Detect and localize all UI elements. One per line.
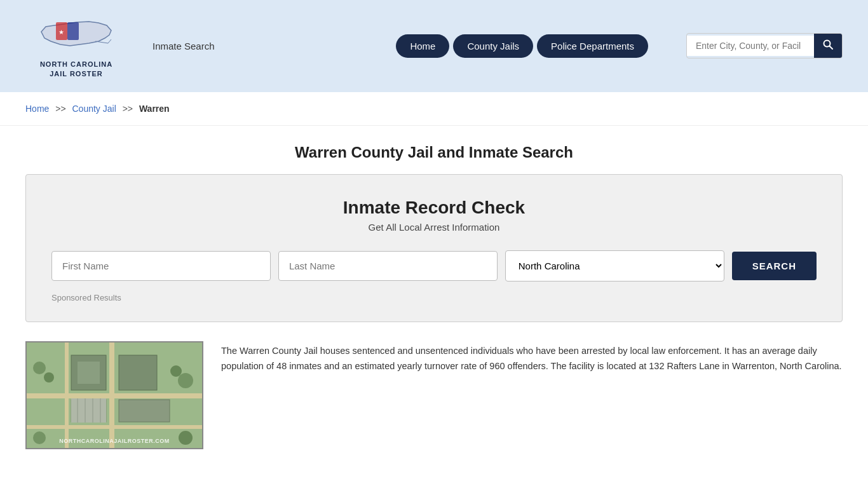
svg-rect-15 [119,355,157,390]
svg-line-5 [108,39,111,43]
svg-text:★: ★ [58,29,64,36]
page-title: Warren County Jail and Inmate Search [25,144,843,161]
record-box-title: Inmate Record Check [51,198,817,218]
logo-area: ★ NORTH CAROLINA JAIL ROSTER [25,13,127,79]
svg-point-24 [44,372,54,383]
aerial-map-svg [27,342,203,449]
svg-point-25 [178,373,193,388]
state-select[interactable]: AlabamaAlaskaArizonaArkansasCaliforniaCo… [505,250,724,281]
svg-rect-14 [78,362,100,384]
header-search-input[interactable] [687,36,814,56]
svg-rect-10 [109,342,114,449]
svg-rect-17 [119,400,170,422]
svg-line-4 [95,41,108,43]
inmate-search-link[interactable]: Inmate Search [153,41,215,51]
svg-rect-11 [27,425,203,429]
breadcrumb-sep-2: >> [123,104,133,114]
logo-text: NORTH CAROLINA JAIL ROSTER [40,60,112,79]
nc-map-logo: ★ [38,13,114,57]
bottom-section: NORTHCAROLINAJAILROSTER.COM The Warren C… [25,341,843,449]
svg-rect-9 [27,393,203,398]
sponsored-label: Sponsored Results [51,293,817,302]
jail-description: The Warren County Jail houses sentenced … [221,341,843,374]
last-name-input[interactable] [278,251,498,281]
nav-county-jails-button[interactable]: County Jails [453,34,533,58]
svg-point-28 [179,431,193,445]
search-icon [823,39,833,50]
breadcrumb-current: Warren [139,104,170,114]
jail-image: NORTHCAROLINAJAILROSTER.COM [25,341,203,449]
svg-point-23 [33,362,46,374]
svg-rect-18 [71,398,106,423]
breadcrumb: Home >> County Jail >> Warren [0,92,868,126]
image-watermark: NORTHCAROLINAJAILROSTER.COM [59,438,170,444]
svg-rect-12 [65,342,69,449]
svg-rect-2 [67,22,79,40]
svg-line-7 [830,46,833,50]
record-box-subtitle: Get All Local Arrest Information [51,222,817,233]
first-name-input[interactable] [51,251,271,281]
nav-buttons: Home County Jails Police Departments [396,34,648,58]
header-search-bar [686,33,843,58]
header-search-button[interactable] [814,34,842,58]
breadcrumb-county-jail-link[interactable]: County Jail [72,104,116,114]
nav-police-button[interactable]: Police Departments [537,34,648,58]
site-header: ★ NORTH CAROLINA JAIL ROSTER Inmate Sear… [0,0,868,92]
nav-home-button[interactable]: Home [396,34,449,58]
record-box: Inmate Record Check Get All Local Arrest… [25,174,843,322]
svg-point-27 [33,431,46,444]
inmate-search-form: AlabamaAlaskaArizonaArkansasCaliforniaCo… [51,250,817,281]
search-button[interactable]: SEARCH [732,252,817,280]
breadcrumb-home-link[interactable]: Home [25,104,49,114]
svg-point-26 [170,365,182,377]
breadcrumb-sep-1: >> [55,104,65,114]
